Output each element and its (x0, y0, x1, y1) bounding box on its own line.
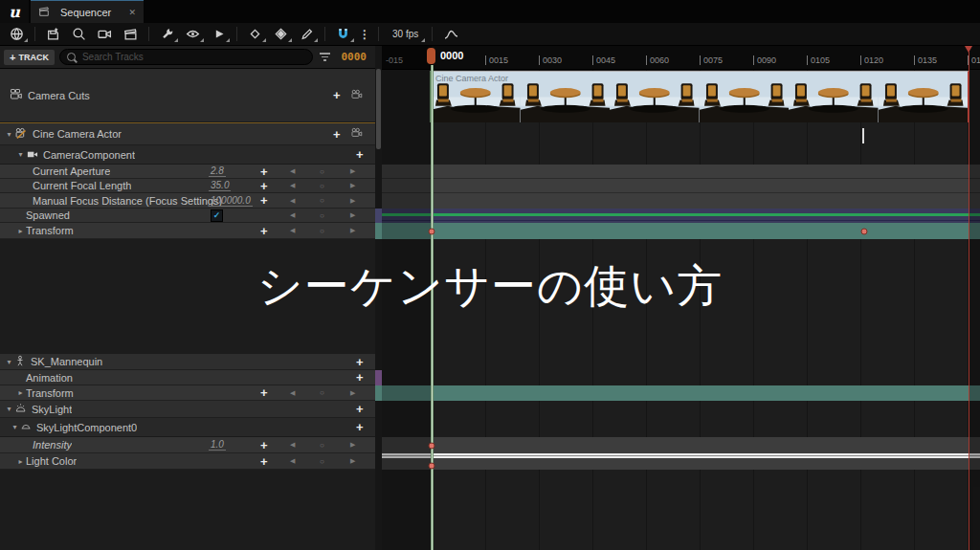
scrollbar-thumb[interactable] (376, 69, 381, 149)
chevron-down-icon[interactable]: ▾ (10, 423, 20, 431)
track-row-skylight[interactable]: ▾ SkyLight + (0, 401, 375, 418)
chevron-down-icon[interactable]: ▾ (4, 405, 14, 413)
add-keyframe-button[interactable]: + (260, 455, 268, 468)
track-row-current-focal-length[interactable]: Current Focal Length 35.0 + ◀ ○ ▶ (0, 179, 375, 193)
chevron-down-icon[interactable]: ▾ (4, 358, 14, 366)
create-camera-button[interactable] (92, 25, 118, 44)
track-row-transform-camera[interactable]: ▸ Transform + ◀ ○ ▶ (0, 223, 375, 239)
add-key-button[interactable]: ○ (320, 441, 324, 450)
next-key-button[interactable]: ▶ (350, 211, 355, 219)
add-key-button[interactable]: ○ (320, 182, 324, 190)
prev-key-button[interactable]: ◀ (290, 227, 295, 234)
camera-cuts-section[interactable] (430, 71, 969, 122)
track-row-animation[interactable]: Animation + (0, 370, 375, 385)
playback-options-button[interactable] (206, 25, 232, 44)
prev-key-button[interactable]: ◀ (290, 211, 295, 219)
prev-key-button[interactable]: ◀ (290, 389, 295, 397)
add-section-button[interactable]: + (333, 128, 341, 141)
track-row-light-color[interactable]: ▸ Light Color + ◀ ○ ▶ (0, 453, 375, 470)
add-keyframe-button[interactable]: + (260, 439, 268, 451)
view-options-button[interactable] (180, 25, 206, 44)
property-value[interactable]: 35.0 (209, 180, 231, 191)
search-input[interactable] (80, 51, 305, 63)
find-in-content-browser-button[interactable] (66, 25, 92, 44)
add-keyframe-button[interactable]: + (260, 194, 268, 207)
property-value[interactable]: 2.8 (209, 165, 226, 177)
lane-current-aperture[interactable] (382, 165, 980, 179)
property-value[interactable]: 100000.0 (209, 195, 253, 207)
add-key-button[interactable]: ○ (320, 227, 324, 235)
add-key-button[interactable]: ○ (320, 388, 324, 397)
spawned-checkbox[interactable]: ✓ (211, 209, 223, 222)
add-track-button[interactable]: + TRACK (4, 50, 55, 65)
prev-key-button[interactable]: ◀ (290, 197, 295, 205)
add-camera-cut-button[interactable]: + (333, 89, 341, 101)
track-row-camera-component[interactable]: ▾ CameraComponent + (0, 145, 375, 165)
lane-manual-focus[interactable] (382, 193, 980, 209)
prev-key-button[interactable]: ◀ (290, 167, 295, 175)
save-as-button[interactable] (40, 25, 66, 44)
chevron-right-icon[interactable]: ▸ (15, 457, 26, 466)
next-key-button[interactable]: ▶ (350, 167, 355, 175)
add-keyframe-button[interactable]: + (260, 165, 268, 178)
add-property-button[interactable]: + (356, 421, 364, 433)
chevron-down-icon[interactable]: ▾ (15, 150, 26, 159)
camera-lock-icon[interactable] (350, 89, 363, 102)
lane-current-focal-length[interactable] (382, 179, 980, 193)
camera-lock-icon[interactable] (350, 127, 363, 141)
track-row-manual-focus-distance[interactable]: Manual Focus Distance (Focus Settings) 1… (0, 193, 375, 209)
section-key-marker[interactable] (862, 128, 864, 143)
next-key-button[interactable]: ▶ (350, 389, 355, 397)
track-row-intensity[interactable]: Intensity 1.0 + ◀ ○ ▶ (0, 437, 375, 453)
prev-key-button[interactable]: ◀ (290, 182, 295, 189)
add-key-button[interactable]: ○ (320, 211, 324, 220)
render-movie-button[interactable] (118, 25, 144, 44)
add-property-button[interactable]: + (356, 148, 364, 161)
add-key-button[interactable]: ○ (320, 457, 324, 466)
playhead-marker[interactable] (427, 48, 435, 64)
search-tracks-field[interactable] (59, 49, 313, 65)
chevron-right-icon[interactable]: ▸ (15, 227, 26, 235)
auto-key-options-button[interactable] (268, 25, 294, 44)
curve-editor-button[interactable] (437, 25, 466, 44)
keyframe-dot[interactable] (429, 229, 435, 235)
add-keyframe-button[interactable]: + (260, 386, 268, 399)
lane-light-color[interactable] (382, 458, 980, 470)
edit-options-button[interactable] (294, 25, 320, 44)
lane-transform-mannequin[interactable] (382, 385, 980, 401)
actions-button[interactable] (154, 25, 180, 44)
keyframe-dot[interactable] (429, 443, 435, 450)
snapping-toggle-button[interactable] (330, 25, 356, 44)
track-row-sk-mannequin[interactable]: ▾ SK_Mannequin + (0, 354, 375, 370)
next-key-button[interactable]: ▶ (350, 441, 355, 449)
options-menu-icon[interactable]: ⋮ (356, 28, 373, 41)
prev-key-button[interactable]: ◀ (290, 441, 295, 449)
lane-spawned[interactable] (382, 209, 980, 223)
tab-sequencer[interactable]: Sequencer ✕ (31, 0, 144, 23)
lane-transform-camera[interactable] (382, 223, 980, 239)
track-row-transform-mannequin[interactable]: ▸ Transform + ◀ ○ ▶ (0, 385, 375, 401)
keyframe-dot[interactable] (429, 463, 435, 470)
track-row-skylight-component[interactable]: ▾ SkyLightComponent0 + (0, 418, 375, 437)
filter-icon[interactable] (318, 53, 332, 61)
next-key-button[interactable]: ▶ (350, 457, 355, 465)
add-track-button[interactable]: + (356, 403, 364, 415)
prev-key-button[interactable]: ◀ (290, 457, 295, 465)
sequences-browse-button[interactable] (4, 25, 30, 44)
track-row-cine-camera-actor[interactable]: ▾ Cine Camera Actor + (0, 122, 375, 145)
add-key-button[interactable]: ○ (320, 196, 324, 205)
add-key-button[interactable]: ○ (320, 167, 324, 176)
add-animation-button[interactable]: + (356, 371, 364, 384)
add-keyframe-button[interactable]: + (260, 180, 268, 192)
keyframe-options-button[interactable] (242, 25, 268, 44)
chevron-right-icon[interactable]: ▸ (15, 388, 26, 397)
track-row-current-aperture[interactable]: Current Aperture 2.8 + ◀ ○ ▶ (0, 165, 375, 179)
fps-dropdown-button[interactable]: 30 fps (384, 25, 427, 44)
track-row-camera-cuts[interactable]: Camera Cuts + (0, 69, 375, 122)
property-value[interactable]: 1.0 (209, 439, 226, 451)
add-keyframe-button[interactable]: + (260, 225, 268, 237)
close-icon[interactable]: ✕ (128, 8, 136, 17)
add-track-button[interactable]: + (356, 356, 364, 368)
keyframe-dot[interactable] (861, 229, 868, 235)
chevron-down-icon[interactable]: ▾ (4, 130, 14, 139)
